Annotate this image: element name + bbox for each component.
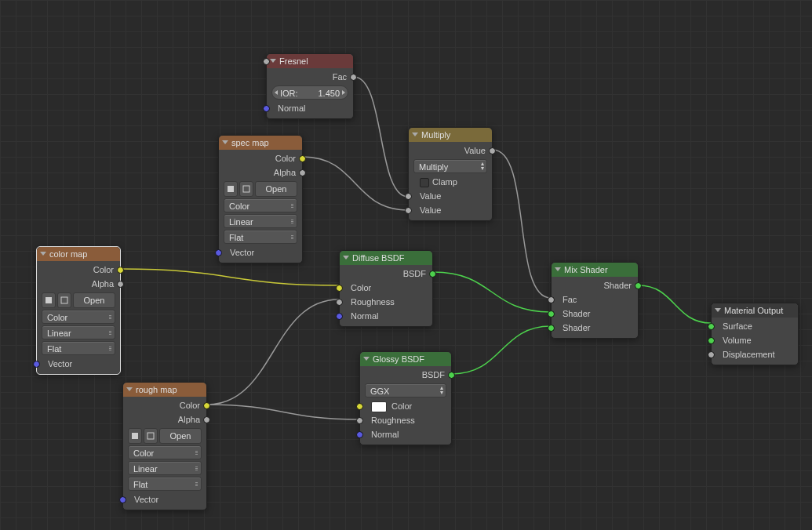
image-open-bar: Open	[128, 428, 202, 444]
node-header[interactable]: rough map	[123, 383, 206, 397]
interpolation-dropdown[interactable]: Linear	[128, 461, 202, 475]
image-open-button[interactable]: Open	[255, 181, 297, 197]
socket-in-color[interactable]	[356, 403, 363, 410]
socket-in-vector[interactable]	[215, 249, 222, 256]
node-title: Fresnel	[279, 56, 308, 66]
image-open-button[interactable]: Open	[73, 292, 115, 308]
input-color: Color	[340, 281, 432, 295]
node-header[interactable]: Glossy BSDF	[360, 352, 451, 366]
input-surface: Surface	[712, 319, 798, 333]
image-browse-button[interactable]	[224, 181, 238, 197]
image-new-button[interactable]	[239, 181, 253, 197]
input-roughness: Roughness	[360, 413, 451, 427]
output-alpha: Alpha	[123, 412, 206, 427]
socket-in-shader1[interactable]	[548, 310, 555, 318]
interpolation-dropdown[interactable]: Linear	[42, 325, 115, 339]
input-fac: Fac	[552, 292, 638, 307]
image-open-button[interactable]: Open	[159, 428, 202, 444]
input-normal: Normal	[340, 309, 432, 323]
node-diffuse-bsdf[interactable]: Diffuse BSDF BSDF Color Roughness Normal	[339, 250, 433, 327]
input-value1: Value	[409, 189, 492, 203]
projection-dropdown[interactable]: Flat	[128, 477, 202, 491]
image-open-bar: Open	[224, 181, 297, 197]
svg-rect-1	[243, 186, 249, 192]
image-browse-button[interactable]	[128, 428, 142, 444]
color-swatch[interactable]	[371, 401, 387, 412]
node-header[interactable]: Fresnel	[267, 54, 353, 68]
node-material-output[interactable]: Material Output Surface Volume Displacem…	[711, 303, 799, 365]
clamp-row[interactable]: Clamp	[409, 175, 492, 189]
node-multiply[interactable]: Multiply Value Multiply▴▾ Clamp Value Va…	[408, 127, 493, 221]
projection-dropdown[interactable]: Flat	[42, 341, 115, 355]
node-color-map[interactable]: color map Color Alpha Open Color Linear …	[36, 246, 121, 375]
node-header[interactable]: Material Output	[712, 303, 798, 318]
socket-in-displacement[interactable]	[708, 351, 715, 358]
output-color: Color	[37, 263, 120, 277]
socket-in-vector[interactable]	[33, 361, 40, 368]
socket-in-fac[interactable]	[548, 296, 555, 303]
input-vector: Vector	[123, 492, 206, 506]
node-title: color map	[49, 249, 87, 259]
socket-in-shader2[interactable]	[548, 325, 555, 332]
socket-out-alpha[interactable]	[299, 169, 306, 176]
node-mix-shader[interactable]: Mix Shader Shader Fac Shader Shader	[551, 262, 639, 339]
socket-in-roughness[interactable]	[336, 299, 343, 306]
node-header[interactable]: color map	[37, 247, 120, 261]
output-alpha: Alpha	[37, 277, 120, 291]
output-color: Color	[123, 398, 206, 412]
input-value2: Value	[409, 203, 492, 217]
socket-in-color[interactable]	[336, 285, 343, 292]
node-header[interactable]: spec map	[219, 136, 302, 150]
socket-in-normal[interactable]	[356, 431, 363, 438]
socket-in-ior[interactable]	[263, 58, 270, 65]
clamp-checkbox[interactable]	[420, 178, 429, 187]
svg-rect-0	[228, 186, 234, 192]
socket-out-alpha[interactable]	[117, 281, 124, 288]
node-spec-map[interactable]: spec map Color Alpha Open Color Linear F…	[218, 135, 303, 263]
node-header[interactable]: Multiply	[409, 128, 492, 142]
operation-dropdown[interactable]: Multiply▴▾	[413, 159, 487, 173]
socket-in-roughness[interactable]	[356, 417, 363, 424]
node-title: Material Output	[724, 306, 783, 315]
node-header[interactable]: Mix Shader	[552, 263, 638, 277]
interpolation-dropdown[interactable]: Linear	[224, 214, 297, 228]
input-displacement: Displacement	[712, 347, 798, 361]
node-rough-map[interactable]: rough map Color Alpha Open Color Linear …	[122, 382, 207, 510]
socket-in-value1[interactable]	[405, 193, 412, 200]
socket-out-color[interactable]	[203, 402, 210, 409]
image-new-button[interactable]	[144, 428, 158, 444]
socket-out-shader[interactable]	[635, 282, 642, 289]
socket-out-color[interactable]	[117, 267, 124, 274]
socket-in-volume[interactable]	[708, 337, 715, 344]
ior-field[interactable]: IOR:1.450	[271, 85, 348, 100]
input-normal: Normal	[267, 101, 353, 115]
colorspace-dropdown[interactable]: Color	[42, 310, 115, 324]
socket-out-value[interactable]	[489, 147, 496, 154]
image-open-bar: Open	[42, 292, 115, 308]
projection-dropdown[interactable]: Flat	[224, 230, 297, 244]
node-header[interactable]: Diffuse BSDF	[340, 251, 432, 265]
node-fresnel[interactable]: Fresnel Fac IOR:1.450 Normal	[266, 53, 354, 119]
colorspace-dropdown[interactable]: Color	[128, 445, 202, 459]
socket-in-normal[interactable]	[263, 105, 270, 112]
socket-in-value2[interactable]	[405, 207, 412, 214]
node-glossy-bsdf[interactable]: Glossy BSDF BSDF GGX▴▾ Color Roughness N…	[359, 351, 452, 445]
socket-out-fac[interactable]	[350, 74, 357, 81]
colorspace-dropdown[interactable]: Color	[224, 198, 297, 212]
node-title: Multiply	[421, 130, 450, 140]
socket-in-surface[interactable]	[708, 323, 715, 330]
socket-out-bsdf[interactable]	[429, 270, 436, 278]
socket-out-color[interactable]	[299, 155, 306, 162]
input-color: Color	[360, 399, 451, 413]
socket-out-alpha[interactable]	[203, 416, 210, 423]
socket-in-normal[interactable]	[336, 313, 343, 320]
node-title: Glossy BSDF	[373, 354, 424, 364]
socket-in-vector[interactable]	[119, 496, 126, 503]
image-browse-button[interactable]	[42, 292, 56, 308]
input-volume: Volume	[712, 333, 798, 347]
distribution-dropdown[interactable]: GGX▴▾	[365, 383, 446, 398]
input-vector: Vector	[219, 245, 302, 260]
output-value: Value	[409, 143, 492, 158]
socket-out-bsdf[interactable]	[448, 372, 455, 379]
image-new-button[interactable]	[57, 292, 71, 308]
